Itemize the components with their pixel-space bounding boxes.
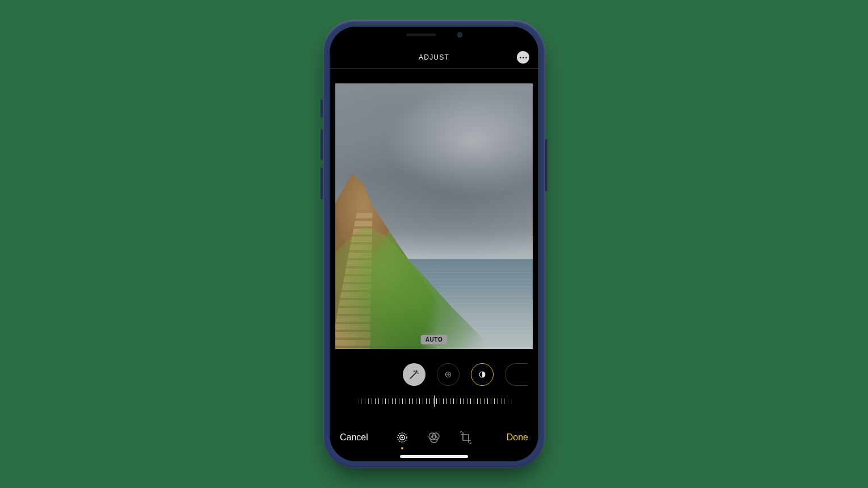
exposure-icon	[443, 369, 454, 380]
crop-rotate-icon	[458, 430, 473, 445]
auto-badge: AUTO	[421, 335, 448, 344]
adjust-next-peek[interactable]	[505, 363, 528, 386]
mode-active-dot	[401, 447, 403, 449]
speaker-grille	[406, 33, 436, 36]
adjustment-carousel[interactable]	[330, 357, 538, 392]
photo-canvas[interactable]: AUTO	[335, 83, 533, 349]
magic-wand-icon	[408, 369, 420, 380]
stage: ADJUST AUTO	[0, 0, 868, 488]
adjust-brilliance[interactable]	[471, 363, 494, 386]
mode-filters[interactable]	[427, 430, 441, 445]
editor-footer: Cancel	[330, 424, 538, 451]
mode-switcher	[395, 430, 473, 445]
volume-down-button	[321, 167, 323, 199]
done-button[interactable]: Done	[507, 432, 528, 443]
filters-icon	[427, 430, 441, 445]
photo-content	[335, 83, 533, 349]
adjust-auto[interactable]	[403, 363, 425, 386]
svg-point-5	[401, 436, 403, 438]
adjust-dial-icon	[395, 430, 410, 445]
slider-center-indicator	[434, 396, 435, 407]
volume-up-button	[321, 129, 323, 161]
cancel-button[interactable]: Cancel	[340, 432, 368, 443]
front-camera	[457, 32, 462, 37]
home-indicator[interactable]	[400, 455, 468, 458]
screen: ADJUST AUTO	[330, 27, 538, 461]
adjust-exposure[interactable]	[437, 363, 460, 386]
phone-frame: ADJUST AUTO	[323, 20, 545, 468]
mode-adjust[interactable]	[395, 430, 410, 445]
adjustment-slider[interactable]	[355, 396, 513, 407]
header-title: ADJUST	[419, 53, 449, 61]
power-button	[545, 139, 547, 191]
brilliance-icon	[477, 369, 488, 380]
mute-switch	[321, 99, 323, 117]
notch	[383, 27, 485, 43]
mode-crop[interactable]	[458, 430, 473, 445]
more-button[interactable]	[517, 51, 529, 64]
ellipsis-icon	[520, 57, 521, 58]
svg-point-1	[448, 372, 448, 373]
